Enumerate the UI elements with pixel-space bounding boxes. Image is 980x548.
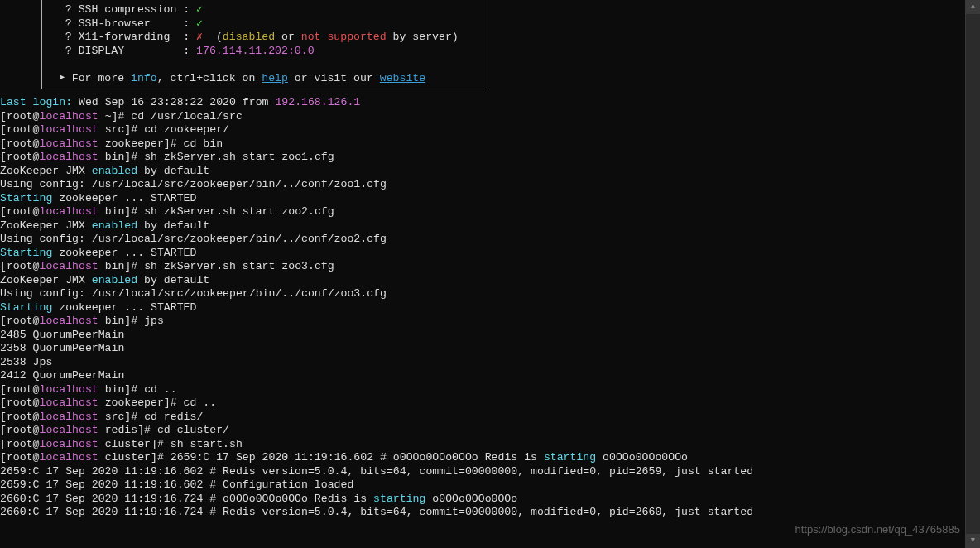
scroll-down-arrow-icon[interactable]: ▼ [966, 534, 980, 548]
terminal-viewport[interactable]: ? SSH compression : ✓ ? SSH-browser : ✓ … [0, 0, 963, 548]
help-link[interactable]: help [262, 72, 288, 84]
scroll-up-arrow-icon[interactable]: ▲ [966, 0, 980, 14]
ssh-info-text: ? SSH compression : ✓ ? SSH-browser : ✓ … [52, 3, 478, 85]
terminal-output: Last login: Wed Sep 16 23:28:22 2020 fro… [0, 96, 963, 520]
vertical-scrollbar[interactable]: ▲ ▼ [965, 0, 980, 548]
website-link[interactable]: website [380, 72, 425, 84]
ssh-info-box: ? SSH compression : ✓ ? SSH-browser : ✓ … [41, 0, 488, 89]
